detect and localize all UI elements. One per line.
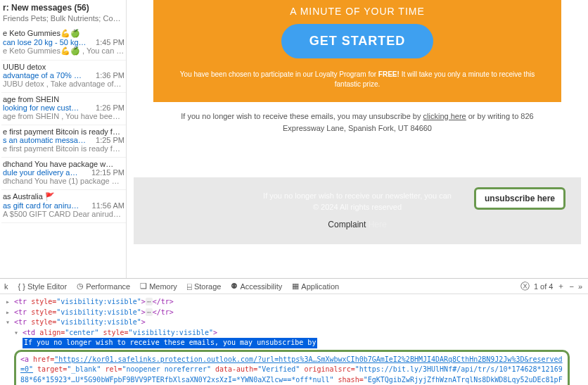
twisty-icon[interactable]: ▾: [14, 329, 18, 336]
message-subject: can lose 20 kg - 50 kg…: [3, 38, 87, 46]
tab-performance[interactable]: ◷Performance: [77, 282, 130, 291]
message-subject: as gift card for aniru…: [3, 201, 79, 210]
highlighted-anchor-box: <a href="https://kor01.safelinks.protect…: [14, 350, 570, 386]
message-time: 1:26 PM: [96, 103, 124, 112]
twisty-icon[interactable]: ▸: [6, 308, 10, 316]
message-preview: age from SHEIN , You have bee…: [3, 112, 124, 120]
promo-banner: A MINUTE OF YOUR TIME GET STARTED You ha…: [153, 0, 561, 102]
get-started-button[interactable]: GET STARTED: [281, 24, 434, 58]
tab-style-editor[interactable]: { }Style Editor: [18, 282, 68, 291]
complaint-line: Complaint Here: [148, 220, 567, 229]
message-item[interactable]: dhchand You have package w… dule your de…: [1, 158, 126, 190]
grid-icon: ▦: [292, 282, 299, 291]
twisty-icon[interactable]: ▾: [6, 318, 10, 326]
search-close-icon[interactable]: ⓧ: [520, 280, 530, 293]
overflow-icon[interactable]: »: [578, 282, 582, 291]
email-preview-pane: A MINUTE OF YOUR TIME GET STARTED You ha…: [127, 0, 588, 278]
message-item[interactable]: e Keto Gummies💪🍏 can lose 20 kg - 50 kg……: [1, 27, 126, 61]
message-preview: e Keto Gummies💪🍏 , You can l…: [3, 46, 124, 56]
message-item[interactable]: e first payment Bitcoin is ready f… s an…: [1, 125, 126, 158]
devtools-tabs: k { }Style Editor ◷Performance ❏Memory ⌸…: [0, 279, 588, 294]
message-preview: dhchand You have (1) package …: [3, 177, 124, 185]
tab-accessibility[interactable]: ⚉Accessibility: [231, 282, 282, 291]
message-from: UUBU detox: [3, 63, 124, 71]
twisty-icon[interactable]: ▸: [6, 298, 10, 305]
message-item[interactable]: age from SHEIN looking for new cust…1:26…: [1, 93, 126, 125]
folder-header: r: New messages (56): [1, 0, 126, 14]
message-from: dhchand You have package w…: [3, 160, 124, 168]
memory-icon: ❏: [140, 282, 147, 291]
unsubscribe-text: If you no longer wish to receive these e…: [134, 102, 581, 142]
message-time: 1:45 PM: [96, 38, 124, 46]
tab-application[interactable]: ▦Application: [292, 282, 339, 291]
message-from: age from SHEIN: [3, 95, 124, 103]
flag-icon: 🚩: [45, 192, 55, 201]
message-time: 11:56 AM: [92, 201, 124, 210]
message-preview: JUBU detox , Take advantage of…: [3, 80, 124, 88]
search-count: 1 of 4: [534, 282, 554, 291]
search-prev-icon[interactable]: −: [569, 282, 573, 291]
selected-text-node[interactable]: If you no longer wish to receive these e…: [23, 338, 317, 348]
message-from: e Keto Gummies💪🍏: [3, 29, 124, 38]
message-preview: A $500 GIFT CARD Dear anirud…: [3, 210, 124, 218]
message-subject: s an automatic messa…: [3, 136, 86, 144]
message-subject: looking for new cust…: [3, 103, 79, 112]
message-item[interactable]: UUBU detox advantage of a 70% …1:36 PM J…: [1, 61, 126, 93]
email-footer: If you no longer wish to receive our new…: [134, 177, 581, 244]
accessibility-icon: ⚉: [231, 282, 238, 291]
folder-subtext: Friends Pets; Bulk Nutrients; Compa…: [1, 14, 126, 27]
tab-memory[interactable]: ❏Memory: [140, 282, 177, 291]
storage-icon: ⌸: [187, 282, 192, 291]
message-preview: e first payment Bitcoin is ready f…: [3, 144, 124, 153]
message-subject: advantage of a 70% …: [3, 71, 82, 80]
tab-k[interactable]: k: [4, 282, 8, 291]
message-from: as Australia 🚩: [3, 192, 124, 201]
message-time: 1:25 PM: [96, 136, 124, 144]
promo-title: A MINUTE OF YOUR TIME: [167, 6, 547, 17]
promo-text: You have been chosen to participate in o…: [167, 70, 547, 89]
unsubscribe-link[interactable]: clicking here: [423, 112, 466, 120]
braces-icon: { }: [18, 282, 25, 291]
message-time: 12:15 PM: [91, 168, 124, 177]
message-from: e first payment Bitcoin is ready f…: [3, 127, 124, 136]
footer-text: If you no longer wish to receive our new…: [263, 191, 452, 200]
message-subject: dule your delivery a…: [3, 168, 77, 177]
unsubscribe-here-button[interactable]: unsubscribe here: [474, 187, 565, 210]
message-item[interactable]: as Australia 🚩 as gift card for aniru…11…: [1, 190, 126, 223]
complaint-here-link[interactable]: Here: [369, 220, 387, 229]
message-time: 1:36 PM: [96, 71, 124, 80]
email-list-pane: r: New messages (56) Friends Pets; Bulk …: [0, 0, 127, 278]
gauge-icon: ◷: [77, 282, 84, 291]
devtools-panel: k { }Style Editor ◷Performance ❏Memory ⌸…: [0, 278, 588, 385]
search-next-icon[interactable]: ＋: [557, 281, 565, 291]
devtools-html-tree[interactable]: ▸ <tr style="visibility:visible">⋯</tr> …: [0, 294, 588, 385]
tab-storage[interactable]: ⌸Storage: [187, 282, 222, 291]
